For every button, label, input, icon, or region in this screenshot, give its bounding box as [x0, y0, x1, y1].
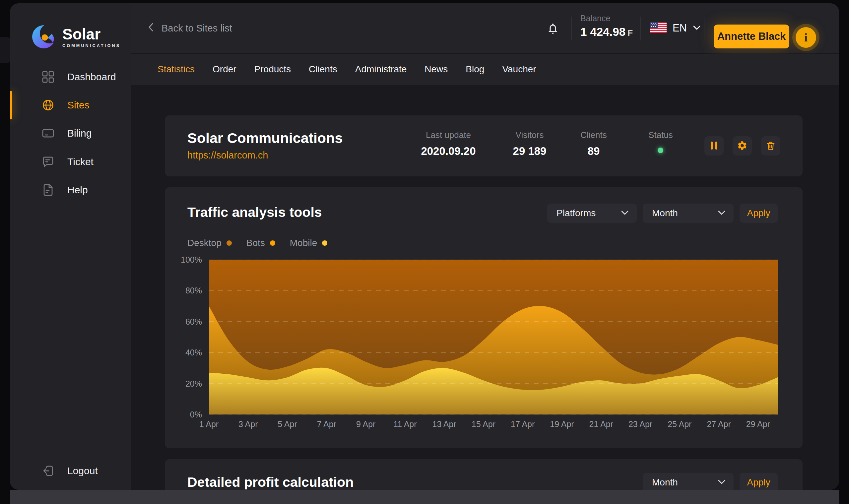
- section-tabs: Statistics Order Products Clients Admini…: [131, 54, 839, 85]
- site-summary-card: Solar Communications https://solarcom.ch…: [165, 115, 802, 176]
- tab-vaucher[interactable]: Vaucher: [502, 64, 536, 75]
- logout-label: Logout: [67, 465, 98, 476]
- balance-currency: F: [628, 28, 633, 38]
- profit-period-select[interactable]: Month: [643, 473, 734, 490]
- chevron-down-icon: [718, 480, 726, 486]
- profit-apply-button[interactable]: Apply: [740, 473, 778, 490]
- tab-products[interactable]: Products: [254, 64, 291, 75]
- header-bar: Back to Sites list Balance 1 424.98F: [131, 3, 839, 54]
- us-flag-icon: [650, 22, 667, 35]
- sidebar-item-label: Sites: [67, 100, 90, 111]
- tab-news[interactable]: News: [424, 64, 448, 75]
- y-tick: 40%: [185, 348, 202, 357]
- tab-administrate[interactable]: Administrate: [355, 64, 407, 75]
- y-tick: 100%: [181, 255, 202, 265]
- x-tick: 1 Apr: [199, 419, 219, 429]
- globe-icon: [41, 98, 55, 112]
- tab-order[interactable]: Order: [213, 64, 236, 75]
- brand-tagline: COMMUNICATIONS: [62, 43, 120, 48]
- traffic-area-chart: [209, 259, 778, 414]
- chevron-down-icon: [693, 25, 701, 32]
- sidebar-item-ticket[interactable]: Ticket: [10, 147, 131, 176]
- profit-title: Detailed profit calculation: [187, 474, 354, 490]
- trash-icon: [766, 141, 776, 151]
- x-tick: 13 Apr: [432, 419, 456, 429]
- legend-mobile[interactable]: Mobile: [290, 238, 327, 248]
- status-dot: [658, 147, 664, 153]
- site-url-link[interactable]: https://solarcom.ch: [187, 150, 268, 161]
- brand-logo: Solar COMMUNICATIONS: [30, 22, 123, 52]
- traffic-analysis-card: Traffic analysis tools Platforms Month A…: [165, 187, 802, 448]
- site-title: Solar Communications: [187, 130, 343, 146]
- y-tick: 80%: [185, 286, 202, 295]
- document-icon: [41, 183, 55, 197]
- back-to-sites-link[interactable]: Back to Sites list: [148, 3, 232, 53]
- x-tick: 21 Apr: [589, 419, 613, 429]
- sidebar-item-help[interactable]: Help: [10, 176, 131, 204]
- header-divider: [704, 17, 704, 40]
- legend-bots[interactable]: Bots: [247, 238, 275, 248]
- traffic-period-select[interactable]: Month: [643, 203, 734, 223]
- traffic-title: Traffic analysis tools: [187, 204, 322, 220]
- delete-site-button[interactable]: [761, 136, 780, 156]
- logout-button[interactable]: Logout: [10, 456, 131, 485]
- site-settings-button[interactable]: [733, 136, 752, 156]
- x-tick: 17 Apr: [511, 419, 535, 429]
- x-tick: 19 Apr: [550, 419, 574, 429]
- dashboard-grid-icon: [41, 70, 55, 84]
- platforms-select[interactable]: Platforms: [547, 203, 637, 223]
- profit-calculation-card: Detailed profit calculation Month Apply: [165, 459, 802, 490]
- sidebar-item-sites[interactable]: Sites: [10, 91, 131, 119]
- legend-desktop[interactable]: Desktop: [187, 238, 232, 248]
- chevron-left-icon: [148, 22, 154, 35]
- x-tick: 25 Apr: [668, 419, 691, 429]
- notification-bell-icon[interactable]: [546, 22, 559, 35]
- credit-card-icon: [41, 127, 55, 140]
- stat-last-update: Last update 2020.09.20: [421, 130, 475, 158]
- pause-site-button[interactable]: [704, 136, 724, 156]
- x-tick: 27 Apr: [707, 419, 730, 429]
- chart-x-axis: 1 Apr3 Apr5 Apr7 Apr9 Apr11 Apr13 Apr15 …: [209, 419, 778, 433]
- tab-clients[interactable]: Clients: [309, 64, 337, 75]
- user-profile-button[interactable]: Annette Black: [714, 24, 789, 49]
- pause-icon: [710, 141, 718, 151]
- sidebar-item-label: Biling: [67, 128, 92, 139]
- info-button[interactable]: i: [796, 27, 816, 48]
- tab-statistics[interactable]: Statistics: [158, 64, 195, 75]
- main-content: Solar Communications https://solarcom.ch…: [131, 85, 839, 490]
- logout-icon: [41, 464, 55, 478]
- app-window: Solar COMMUNICATIONS Dashboard Sites: [10, 3, 839, 490]
- screen-edge-tab: [0, 37, 10, 63]
- stat-status: Status: [648, 130, 673, 153]
- balance-block: Balance 1 424.98F: [580, 14, 647, 38]
- gear-icon: [737, 140, 747, 152]
- x-tick: 11 Apr: [393, 419, 417, 429]
- language-code: EN: [672, 22, 687, 34]
- balance-value: 1 424.98F: [580, 25, 647, 38]
- header-divider: [571, 17, 572, 40]
- chevron-down-icon: [718, 210, 726, 217]
- x-tick: 9 Apr: [356, 419, 375, 429]
- x-tick: 15 Apr: [472, 419, 495, 429]
- language-selector[interactable]: EN: [650, 3, 701, 53]
- x-tick: 29 Apr: [746, 419, 770, 429]
- sidebar-item-biling[interactable]: Biling: [10, 119, 131, 147]
- stat-visitors: Visitors 29 189: [513, 130, 546, 158]
- y-tick: 60%: [185, 317, 202, 326]
- sidebar: Solar COMMUNICATIONS Dashboard Sites: [10, 3, 131, 490]
- back-label: Back to Sites list: [162, 23, 232, 34]
- sidebar-item-label: Help: [67, 184, 88, 196]
- brand-text: Solar COMMUNICATIONS: [62, 26, 120, 48]
- tab-blog[interactable]: Blog: [466, 64, 484, 75]
- sidebar-item-dashboard[interactable]: Dashboard: [10, 63, 131, 91]
- sidebar-item-label: Dashboard: [67, 71, 116, 83]
- legend-dot-desktop: [227, 240, 232, 246]
- header-divider: [640, 17, 641, 40]
- x-tick: 3 Apr: [238, 419, 258, 429]
- sidebar-item-label: Ticket: [67, 156, 93, 167]
- y-tick: 20%: [185, 379, 202, 388]
- traffic-apply-button[interactable]: Apply: [740, 203, 778, 223]
- solar-logo-icon: [30, 22, 58, 52]
- chat-bubble-icon: [41, 155, 55, 168]
- chevron-down-icon: [621, 210, 629, 217]
